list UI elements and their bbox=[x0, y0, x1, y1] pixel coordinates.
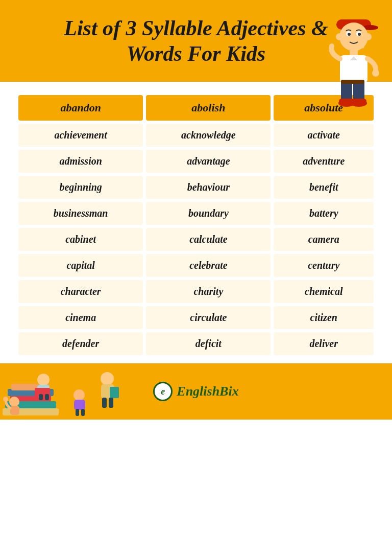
table-row: businessmanboundarybattery bbox=[18, 202, 374, 225]
table-cell: battery bbox=[274, 202, 374, 225]
table-cell: beginning bbox=[18, 176, 143, 199]
svg-point-4 bbox=[336, 33, 343, 40]
svg-point-9 bbox=[358, 33, 361, 36]
table-cell: advantage bbox=[146, 150, 271, 173]
footer-kids-illustration bbox=[0, 363, 133, 420]
svg-rect-36 bbox=[110, 387, 119, 398]
table-cell: calculate bbox=[146, 228, 271, 251]
svg-point-39 bbox=[74, 389, 85, 401]
table-cell: cinema bbox=[18, 306, 143, 329]
table-cell: camera bbox=[274, 228, 374, 251]
svg-rect-29 bbox=[39, 394, 43, 400]
table-cell: adventure bbox=[274, 150, 374, 173]
table-cell: citizen bbox=[274, 306, 374, 329]
table-cell: chemical bbox=[274, 280, 374, 303]
main-content: abandon abolish absolute achievementackn… bbox=[0, 82, 392, 363]
page-title: List of 3 Syllable Adjectives & Words Fo… bbox=[48, 15, 344, 67]
table-cell: charity bbox=[146, 280, 271, 303]
table-cell: admission bbox=[18, 150, 143, 173]
table-cell: character bbox=[18, 280, 143, 303]
svg-point-16 bbox=[372, 70, 379, 77]
table-cell: businessman bbox=[18, 202, 143, 225]
table-row: achievementacknowledgeactivate bbox=[18, 124, 374, 147]
svg-point-33 bbox=[3, 397, 8, 402]
svg-rect-37 bbox=[102, 398, 107, 408]
table-cell: defender bbox=[18, 332, 143, 355]
kid-character-illustration bbox=[321, 5, 387, 107]
logo-icon: e bbox=[153, 382, 173, 401]
svg-rect-15 bbox=[341, 80, 364, 84]
table-row: charactercharitychemical bbox=[18, 280, 374, 303]
table-cell: deficit bbox=[146, 332, 271, 355]
table-cell: deliver bbox=[274, 332, 374, 355]
footer-section: e EnglishBix bbox=[0, 363, 392, 420]
word-table: abandon abolish absolute achievementackn… bbox=[15, 92, 377, 358]
svg-point-26 bbox=[37, 374, 50, 386]
brand-name: EnglishBix bbox=[177, 384, 238, 399]
table-cell: century bbox=[274, 254, 374, 277]
table-cell: boundary bbox=[146, 202, 271, 225]
svg-rect-30 bbox=[45, 394, 49, 400]
table-cell: acknowledge bbox=[146, 124, 271, 147]
table-cell: activate bbox=[274, 124, 374, 147]
table-cell: celebrate bbox=[146, 254, 271, 277]
table-cell: capital bbox=[18, 254, 143, 277]
table-row: beginningbehaviourbenefit bbox=[18, 176, 374, 199]
svg-rect-42 bbox=[81, 409, 85, 416]
svg-rect-38 bbox=[109, 398, 113, 408]
svg-point-31 bbox=[9, 397, 19, 407]
table-cell: behaviour bbox=[146, 176, 271, 199]
table-row: cabinetcalculatecamera bbox=[18, 228, 374, 251]
svg-rect-32 bbox=[10, 406, 19, 415]
table-cell: circulate bbox=[146, 306, 271, 329]
svg-rect-40 bbox=[74, 400, 85, 410]
table-row: admissionadvantageadventure bbox=[18, 150, 374, 173]
header-section: List of 3 Syllable Adjectives & Words Fo… bbox=[0, 0, 392, 82]
table-row: defenderdeficitdeliver bbox=[18, 332, 374, 355]
svg-point-34 bbox=[101, 372, 114, 385]
svg-rect-20 bbox=[351, 99, 366, 105]
table-cell: achievement bbox=[18, 124, 143, 147]
col-header-2: abolish bbox=[146, 95, 271, 121]
svg-rect-41 bbox=[76, 409, 79, 416]
table-row: capitalcelebratecentury bbox=[18, 254, 374, 277]
col-header-1: abandon bbox=[18, 95, 143, 121]
table-row: cinemacirculatecitizen bbox=[18, 306, 374, 329]
svg-point-8 bbox=[348, 33, 351, 36]
footer-logo: e EnglishBix bbox=[153, 382, 238, 401]
table-cell: benefit bbox=[274, 176, 374, 199]
svg-point-5 bbox=[364, 33, 372, 40]
table-cell: cabinet bbox=[18, 228, 143, 251]
